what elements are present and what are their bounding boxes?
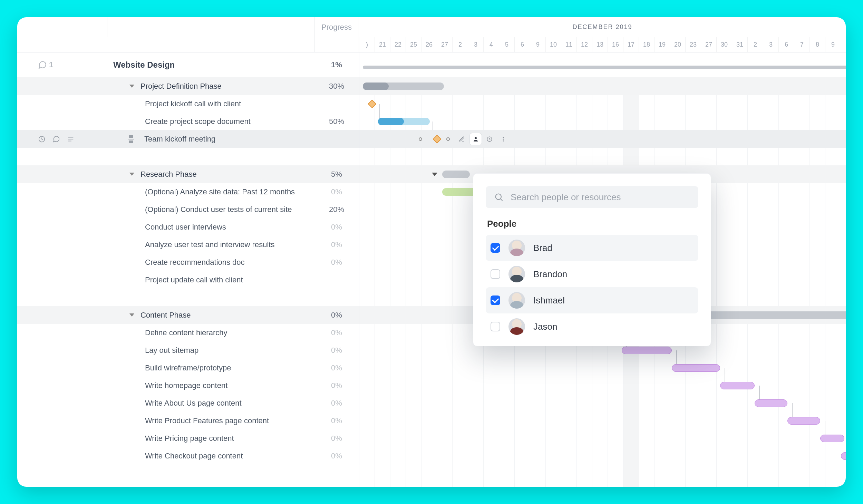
task-row[interactable]: (Optional) Conduct user tests of current… xyxy=(17,201,846,218)
task-name[interactable]: Analyze user test and interview results xyxy=(107,236,314,253)
phase-row[interactable]: Research Phase 5% xyxy=(17,165,846,183)
task-row[interactable]: Project update call with client xyxy=(17,271,846,289)
task-row[interactable]: Create recommendations doc0% xyxy=(17,253,846,271)
task-row[interactable]: Write homepage content0% xyxy=(17,377,846,394)
task-bar[interactable] xyxy=(622,347,672,354)
toolbar-more-button[interactable] xyxy=(497,133,509,145)
task-name[interactable]: Write Product Features page content xyxy=(107,412,314,429)
project-title[interactable]: Website Design xyxy=(107,52,314,77)
toolbar-assignee-button[interactable] xyxy=(470,133,482,145)
clock-icon[interactable] xyxy=(38,135,46,143)
task-row[interactable]: Write Product Features page content0% xyxy=(17,412,846,429)
task-progress: 0% xyxy=(314,324,359,341)
task-row[interactable]: Analyze user test and interview results0… xyxy=(17,236,846,253)
task-row[interactable]: Build wireframe/prototype0% xyxy=(17,359,846,377)
date-cell: 3 xyxy=(763,37,778,52)
task-bar[interactable] xyxy=(720,382,755,389)
phase-bar[interactable] xyxy=(442,171,470,178)
task-row[interactable]: Write About Us page content0% xyxy=(17,394,846,412)
task-progress: 0% xyxy=(314,218,359,236)
date-cell: 7 xyxy=(794,37,809,52)
task-row-selected[interactable]: Team kickoff meeting xyxy=(17,130,846,148)
task-row[interactable]: Project kickoff call with client xyxy=(17,95,846,113)
task-name[interactable]: Define content hierarchy xyxy=(107,324,314,341)
phase-row[interactable]: Content Phase 0% xyxy=(17,306,846,324)
task-name[interactable]: Build wireframe/prototype xyxy=(107,359,314,377)
task-row[interactable]: Write Checkout page content0% xyxy=(17,447,846,465)
task-row[interactable]: (Optional) Analyze site data: Past 12 mo… xyxy=(17,183,846,201)
date-cell: 9 xyxy=(530,37,545,52)
task-name[interactable]: (Optional) Analyze site data: Past 12 mo… xyxy=(107,183,314,201)
project-row[interactable]: 1 Website Design 1% xyxy=(17,52,846,77)
phase-bar[interactable] xyxy=(705,311,846,319)
task-progress: 0% xyxy=(314,341,359,359)
comment-icon[interactable] xyxy=(52,135,60,143)
task-name[interactable]: Create recommendations doc xyxy=(107,253,314,271)
collapse-caret-icon[interactable] xyxy=(129,85,134,88)
person-checkbox[interactable] xyxy=(491,322,500,331)
date-cell: 11 xyxy=(561,37,576,52)
task-progress: 0% xyxy=(314,394,359,412)
task-bar[interactable] xyxy=(841,452,846,460)
task-row[interactable]: Define content hierarchy0% xyxy=(17,324,846,341)
toolbar-tracking-button[interactable] xyxy=(484,133,495,145)
spacer-row xyxy=(17,148,846,165)
task-bar[interactable] xyxy=(442,188,477,196)
project-bar[interactable] xyxy=(363,66,846,69)
task-row[interactable]: Create project scope document 50% xyxy=(17,113,846,130)
task-bar[interactable] xyxy=(672,364,720,372)
person-checkbox[interactable] xyxy=(491,295,500,305)
phase-row[interactable]: Project Definition Phase 30% xyxy=(17,77,846,95)
date-cell: 3 xyxy=(468,37,483,52)
drag-handle-icon[interactable] xyxy=(128,135,134,143)
toolbar-circle-button[interactable] xyxy=(442,133,454,145)
task-row[interactable]: Write Pricing page content0% xyxy=(17,429,846,447)
task-bar[interactable] xyxy=(755,399,787,407)
toolbar-edit-button[interactable] xyxy=(456,133,468,145)
person-row[interactable]: Ishmael xyxy=(486,287,698,313)
task-name[interactable]: Create project scope document xyxy=(107,113,314,130)
date-cell: 27 xyxy=(437,37,452,52)
progress-column-header: Progress xyxy=(314,17,359,37)
task-name[interactable]: Write Pricing page content xyxy=(107,429,314,447)
phase-name: Project Definition Phase xyxy=(140,82,222,91)
task-row[interactable]: Lay out sitemap0% xyxy=(17,341,846,359)
date-cell: 22 xyxy=(390,37,406,52)
person-row[interactable]: Brandon xyxy=(486,261,698,287)
task-bar[interactable] xyxy=(787,417,820,425)
task-name[interactable]: Team kickoff meeting xyxy=(144,135,215,144)
task-name[interactable]: Project update call with client xyxy=(107,271,314,289)
task-name[interactable]: Project kickoff call with client xyxy=(107,95,314,113)
collapse-caret-icon[interactable] xyxy=(129,173,134,176)
svg-point-4 xyxy=(475,137,477,139)
toolbar-circle-button[interactable] xyxy=(415,133,426,145)
date-cell: 27 xyxy=(701,37,716,52)
date-cell: 18 xyxy=(639,37,654,52)
task-name[interactable]: Lay out sitemap xyxy=(107,341,314,359)
task-name[interactable]: Write homepage content xyxy=(107,377,314,394)
task-row[interactable]: Conduct user interviews0% xyxy=(17,218,846,236)
person-row[interactable]: Jason xyxy=(486,313,698,340)
person-row[interactable]: Brad xyxy=(486,235,698,261)
chevron-down-icon[interactable] xyxy=(432,173,437,176)
task-bar[interactable] xyxy=(820,435,844,442)
task-name[interactable]: Conduct user interviews xyxy=(107,218,314,236)
person-name: Ishmael xyxy=(533,295,565,306)
spacer-row xyxy=(17,289,846,306)
date-cell: 16 xyxy=(608,37,623,52)
task-name[interactable]: Write Checkout page content xyxy=(107,447,314,465)
phase-progress: 5% xyxy=(314,165,359,183)
person-checkbox[interactable] xyxy=(491,269,500,279)
task-name[interactable]: (Optional) Conduct user tests of current… xyxy=(107,201,314,218)
avatar xyxy=(508,240,525,256)
task-name[interactable]: Write About Us page content xyxy=(107,394,314,412)
search-field[interactable] xyxy=(486,186,698,208)
search-input[interactable] xyxy=(511,192,690,203)
person-checkbox[interactable] xyxy=(491,243,500,253)
collapse-caret-icon[interactable] xyxy=(129,313,134,317)
notes-icon[interactable] xyxy=(67,135,75,143)
task-progress: 0% xyxy=(314,253,359,271)
date-cell: 2 xyxy=(747,37,763,52)
date-cell: 6 xyxy=(778,37,794,52)
comment-icon[interactable]: 1 xyxy=(38,60,53,69)
